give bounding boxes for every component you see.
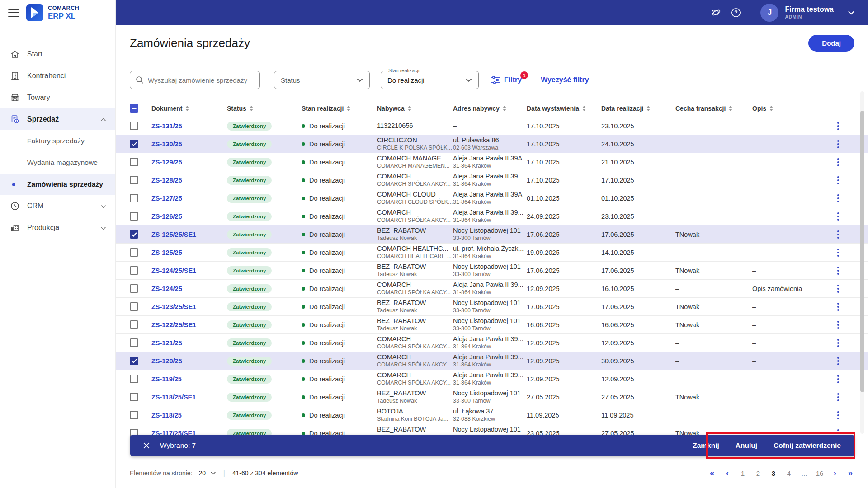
status-select[interactable]: Status (274, 71, 370, 89)
action-anuluj[interactable]: Anuluj (736, 441, 757, 450)
table-row[interactable]: ZS-125/25/SE1ZatwierdzonyDo realizacjiBE… (116, 225, 868, 244)
per-page-select[interactable]: 20 (199, 469, 217, 477)
table-row[interactable]: ZS-130/25ZatwierdzonyDo realizacjiCIRCLI… (116, 135, 868, 153)
page-button-1[interactable]: 1 (737, 467, 749, 479)
table-row[interactable]: ZS-123/25/SE1ZatwierdzonyDo realizacjiBE… (116, 298, 868, 316)
network-icon[interactable] (709, 6, 723, 19)
document-link[interactable]: ZS-127/25 (151, 195, 182, 202)
document-link[interactable]: ZS-123/25/SE1 (151, 303, 196, 310)
row-menu-kebab-icon[interactable] (834, 247, 843, 258)
table-row[interactable]: ZS-125/25ZatwierdzonyDo realizacjiCOMARC… (116, 244, 868, 262)
row-checkbox[interactable] (130, 357, 138, 365)
stan-realizacji-select[interactable]: Stan realizacji Do realizacji (381, 71, 479, 89)
row-menu-kebab-icon[interactable] (834, 138, 843, 150)
add-button[interactable]: Dodaj (808, 35, 854, 52)
document-link[interactable]: ZS-129/25 (151, 159, 182, 166)
row-menu-kebab-icon[interactable] (834, 319, 843, 331)
table-row[interactable]: ZS-126/25ZatwierdzonyDo realizacjiCOMARC… (116, 207, 868, 225)
row-checkbox[interactable] (130, 140, 138, 148)
row-checkbox[interactable] (130, 302, 138, 311)
row-checkbox[interactable] (130, 248, 138, 257)
document-link[interactable]: ZS-124/25/SE1 (151, 267, 196, 274)
sidebar-item-kontrahenci[interactable]: Kontrahenci (0, 65, 115, 87)
document-link[interactable]: ZS-121/25 (151, 339, 182, 347)
hamburger-menu-icon[interactable] (8, 9, 19, 17)
column-header-stan-realizacji[interactable]: Stan realizacji (302, 105, 377, 112)
row-checkbox[interactable] (130, 375, 138, 383)
column-header-cecha-transakcji[interactable]: Cecha transakcji (675, 105, 752, 112)
scrollbar-thumb[interactable] (860, 111, 864, 392)
first-page-button[interactable]: « (706, 467, 718, 479)
previous-page-button[interactable]: ‹ (722, 467, 733, 479)
document-link[interactable]: ZS-118/25/SE1 (151, 394, 196, 401)
search-input[interactable] (148, 76, 254, 84)
table-row[interactable]: ZS-120/25ZatwierdzonyDo realizacjiCOMARC… (116, 352, 868, 370)
table-row[interactable]: ZS-118/25ZatwierdzonyDo realizacjiBOTOJA… (116, 406, 868, 424)
page-button-4[interactable]: 4 (783, 467, 795, 479)
row-menu-kebab-icon[interactable] (834, 373, 843, 385)
clear-filters-button[interactable]: Wyczyść filtry (541, 76, 589, 84)
column-header-nabywca[interactable]: Nabywca (377, 105, 453, 112)
action-zamknij[interactable]: Zamknij (693, 441, 719, 450)
last-page-button[interactable]: » (844, 467, 856, 479)
row-menu-kebab-icon[interactable] (834, 265, 843, 277)
sidebar-item-towary[interactable]: Towary (0, 87, 115, 108)
row-menu-kebab-icon[interactable] (834, 174, 843, 186)
row-menu-kebab-icon[interactable] (834, 156, 843, 168)
document-link[interactable]: ZS-118/25 (151, 412, 182, 419)
user-avatar[interactable]: J (760, 4, 778, 22)
row-checkbox[interactable] (130, 266, 138, 275)
column-header-dokument[interactable]: Dokument (151, 105, 227, 112)
next-page-button[interactable]: › (829, 467, 841, 479)
page-button-2[interactable]: 2 (752, 467, 764, 479)
document-link[interactable]: ZS-131/25 (151, 122, 182, 130)
document-link[interactable]: ZS-119/25 (151, 375, 182, 383)
document-link[interactable]: ZS-122/25/SE1 (151, 321, 196, 328)
document-link[interactable]: ZS-120/25 (151, 357, 182, 365)
row-checkbox[interactable] (130, 122, 138, 130)
row-menu-kebab-icon[interactable] (834, 409, 843, 421)
page-button-3[interactable]: 3 (768, 467, 779, 479)
sidebar-item-zamówienia-sprzedaży[interactable]: Zamówienia sprzedaży (0, 174, 115, 195)
close-selection-icon[interactable] (142, 441, 151, 450)
column-header-data-realizacji[interactable]: Data realizacji (601, 105, 675, 112)
sidebar-item-start[interactable]: Start (0, 43, 115, 65)
document-link[interactable]: ZS-124/25 (151, 285, 182, 292)
action-cofnij-zatwierdzenie[interactable]: Cofnij zatwierdzenie (774, 441, 841, 450)
row-checkbox[interactable] (130, 176, 138, 184)
sidebar-item-sprzedaż[interactable]: Sprzedaż (0, 108, 115, 130)
document-link[interactable]: ZS-128/25 (151, 177, 182, 184)
sidebar-item-faktury-sprzedaży[interactable]: Faktury sprzedaży (0, 130, 115, 152)
sidebar-item-produkcja[interactable]: Produkcja (0, 217, 115, 239)
select-all-checkbox[interactable] (130, 104, 138, 113)
page-button-16[interactable]: 16 (814, 467, 826, 479)
row-menu-kebab-icon[interactable] (834, 391, 843, 403)
document-link[interactable]: ZS-130/25 (151, 141, 182, 148)
row-menu-kebab-icon[interactable] (834, 337, 843, 349)
column-header-opis[interactable]: Opis (752, 105, 820, 112)
row-checkbox[interactable] (130, 230, 138, 239)
row-menu-kebab-icon[interactable] (834, 229, 843, 240)
comarch-logo[interactable]: COMARCH ERP XL (26, 4, 79, 21)
column-header-adres-nabywcy[interactable]: Adres nabywcy (453, 105, 527, 112)
search-box[interactable] (130, 71, 260, 89)
row-menu-kebab-icon[interactable] (834, 120, 843, 132)
document-link[interactable]: ZS-126/25 (151, 213, 182, 220)
row-menu-kebab-icon[interactable] (834, 192, 843, 204)
help-icon[interactable]: ? (729, 6, 743, 19)
filters-button[interactable]: Filtry 1 (491, 76, 522, 84)
row-checkbox[interactable] (130, 284, 138, 293)
table-row[interactable]: ZS-124/25/SE1ZatwierdzonyDo realizacjiBE… (116, 262, 868, 280)
row-checkbox[interactable] (130, 194, 138, 202)
table-row[interactable]: ZS-128/25ZatwierdzonyDo realizacjiCOMARC… (116, 171, 868, 189)
row-menu-kebab-icon[interactable] (834, 355, 843, 367)
sidebar-item-wydania-magazynowe[interactable]: Wydania magazynowe (0, 152, 115, 174)
row-checkbox[interactable] (130, 158, 138, 166)
column-header-data-wystawienia[interactable]: Data wystawienia (527, 105, 601, 112)
row-checkbox[interactable] (130, 411, 138, 419)
table-row[interactable]: ZS-127/25ZatwierdzonyDo realizacjiCOMARC… (116, 189, 868, 207)
company-switcher[interactable]: Firma testowa ADMIN (785, 5, 834, 19)
row-checkbox[interactable] (130, 338, 138, 347)
sidebar-item-crm[interactable]: CRM (0, 195, 115, 217)
table-row[interactable]: ZS-131/25ZatwierdzonyDo realizacji113221… (116, 117, 868, 135)
